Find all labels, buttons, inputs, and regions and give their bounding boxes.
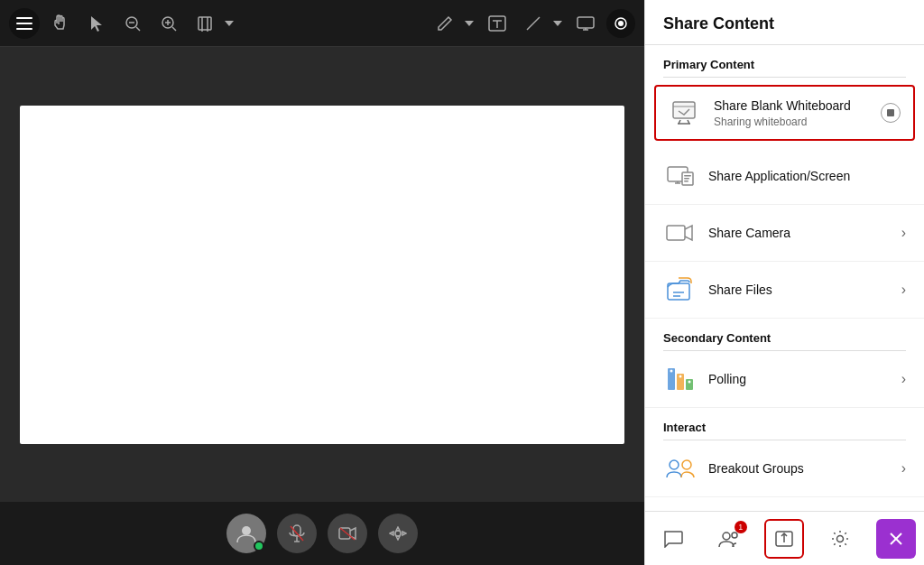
- camera-share-title: Share Camera: [708, 225, 894, 241]
- svg-point-54: [679, 375, 682, 378]
- svg-rect-44: [684, 181, 688, 182]
- pen-button[interactable]: [430, 8, 460, 39]
- polling-text: Polling: [708, 371, 894, 387]
- files-share-title: Share Files: [708, 282, 894, 298]
- svg-rect-42: [684, 175, 691, 177]
- line-dropdown-arrow[interactable]: [550, 8, 565, 39]
- right-panel-content: Primary Content Share Blank Whiteboard S…: [645, 45, 924, 511]
- share-nav-button[interactable]: [764, 519, 804, 559]
- whiteboard[interactable]: [20, 106, 624, 444]
- frame-button[interactable]: [189, 8, 220, 39]
- left-panel: [0, 0, 644, 565]
- camera-share-icon: [663, 216, 698, 250]
- camera-chevron-icon: ›: [901, 225, 906, 241]
- files-share-text: Share Files: [708, 282, 894, 298]
- svg-rect-21: [578, 17, 594, 28]
- settings-nav-button[interactable]: [820, 519, 860, 559]
- files-chevron-icon: ›: [901, 282, 906, 298]
- hand-tool-button[interactable]: [45, 8, 76, 39]
- menu-button[interactable]: [9, 8, 40, 39]
- right-panel-title: Share Content: [663, 14, 906, 33]
- svg-rect-37: [887, 109, 894, 116]
- svg-rect-1: [16, 23, 32, 24]
- pen-dropdown-arrow[interactable]: [462, 8, 476, 39]
- svg-point-25: [618, 21, 624, 26]
- secondary-content-label: Secondary Content: [645, 319, 924, 350]
- svg-marker-3: [91, 16, 102, 32]
- frame-dropdown[interactable]: [189, 8, 236, 39]
- close-nav-button[interactable]: [876, 519, 916, 559]
- camera-share-item[interactable]: Share Camera ›: [645, 205, 924, 262]
- right-panel-header: Share Content: [645, 0, 924, 45]
- camera-share-text: Share Camera: [708, 225, 894, 241]
- svg-point-33: [395, 531, 401, 536]
- online-indicator: [254, 541, 264, 551]
- interact-label: Interact: [645, 408, 924, 440]
- svg-point-62: [837, 535, 844, 542]
- primary-divider: [663, 77, 906, 78]
- files-share-item[interactable]: Share Files ›: [645, 262, 924, 319]
- svg-line-6: [136, 27, 140, 31]
- record-button[interactable]: [606, 9, 635, 38]
- breakout-title: Breakout Groups: [708, 460, 894, 477]
- svg-marker-15: [465, 21, 474, 26]
- screen-share-text: Share Application/Screen: [708, 168, 906, 184]
- svg-point-55: [688, 381, 691, 384]
- svg-point-58: [723, 533, 730, 540]
- zoom-in-button[interactable]: [153, 8, 184, 39]
- screen-share-button[interactable]: [570, 8, 601, 39]
- svg-point-57: [682, 460, 691, 469]
- files-share-icon: [663, 273, 698, 307]
- stop-sharing-button[interactable]: [881, 103, 901, 123]
- svg-line-19: [527, 17, 540, 30]
- primary-content-label: Primary Content: [645, 45, 924, 77]
- svg-point-26: [242, 526, 251, 535]
- more-button[interactable]: [378, 514, 418, 553]
- polling-title: Polling: [708, 371, 894, 387]
- whiteboard-icon: [669, 96, 703, 130]
- breakout-text: Breakout Groups: [708, 460, 894, 477]
- line-dropdown[interactable]: [518, 8, 565, 39]
- users-badge: 1: [735, 521, 747, 533]
- whiteboard-title: Share Blank Whiteboard: [714, 97, 873, 114]
- pen-dropdown[interactable]: [430, 8, 476, 39]
- svg-rect-45: [667, 226, 685, 240]
- zoom-out-button[interactable]: [117, 8, 148, 39]
- chat-nav-button[interactable]: [653, 519, 693, 559]
- svg-marker-14: [225, 21, 234, 26]
- svg-rect-34: [673, 102, 695, 118]
- screen-share-item[interactable]: Share Application/Screen: [645, 148, 924, 205]
- select-tool-button[interactable]: [81, 8, 112, 39]
- breakout-chevron-icon: ›: [901, 460, 906, 477]
- text-box-button[interactable]: [482, 8, 513, 39]
- whiteboard-text: Share Blank Whiteboard Sharing whiteboar…: [714, 97, 873, 127]
- whiteboard-subtitle: Sharing whiteboard: [714, 116, 873, 128]
- users-nav-button[interactable]: 1: [709, 519, 749, 559]
- toolbar: [0, 0, 644, 47]
- svg-rect-43: [684, 178, 689, 180]
- polling-chevron-icon: ›: [901, 371, 906, 387]
- frame-dropdown-arrow[interactable]: [222, 8, 236, 39]
- svg-rect-2: [16, 28, 32, 30]
- svg-marker-20: [553, 21, 562, 26]
- avatar-button[interactable]: [226, 514, 266, 553]
- svg-rect-11: [199, 17, 211, 30]
- whiteboard-item[interactable]: Share Blank Whiteboard Sharing whiteboar…: [654, 85, 915, 141]
- screen-share-title: Share Application/Screen: [708, 168, 906, 184]
- polling-item[interactable]: Polling ›: [645, 351, 924, 408]
- mute-button[interactable]: [277, 514, 317, 553]
- right-panel: Share Content Primary Content Share Blan…: [644, 0, 924, 565]
- svg-line-10: [172, 27, 176, 31]
- right-bottom-nav: 1: [645, 511, 924, 565]
- svg-rect-0: [16, 17, 32, 19]
- svg-point-56: [670, 460, 679, 469]
- svg-rect-31: [339, 528, 350, 539]
- bottom-bar: [0, 502, 644, 565]
- svg-point-59: [732, 533, 737, 538]
- breakout-icon: [663, 451, 698, 486]
- breakout-item[interactable]: Breakout Groups ›: [645, 440, 924, 497]
- line-button[interactable]: [518, 8, 549, 39]
- svg-point-53: [670, 370, 673, 373]
- video-button[interactable]: [328, 514, 367, 553]
- svg-rect-46: [668, 283, 689, 300]
